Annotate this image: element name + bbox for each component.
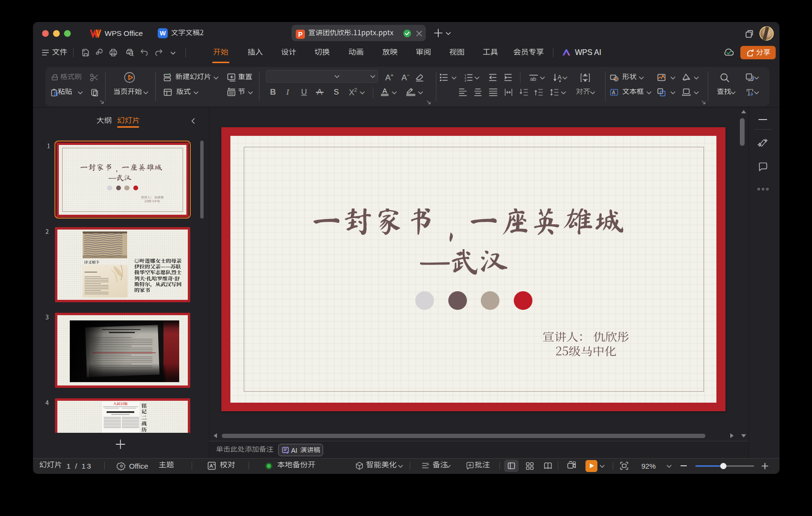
svg-text:3: 3 — [465, 79, 466, 82]
svg-text:P: P — [298, 31, 303, 38]
svg-text:ab: ab — [530, 76, 536, 81]
svg-text:A: A — [557, 74, 562, 80]
svg-text:A: A — [612, 90, 616, 95]
